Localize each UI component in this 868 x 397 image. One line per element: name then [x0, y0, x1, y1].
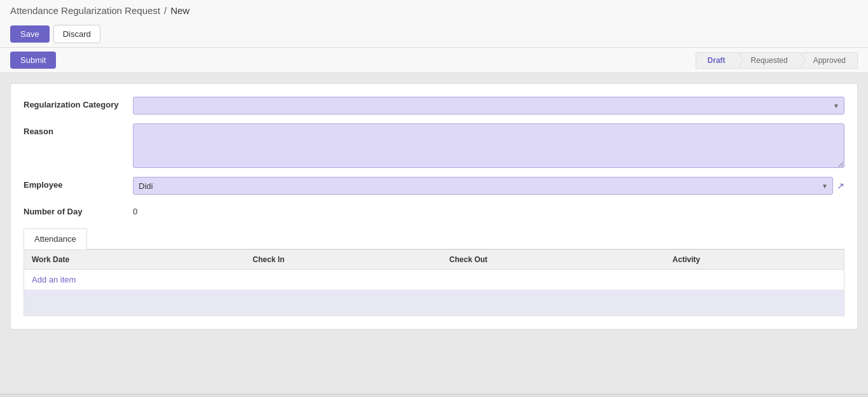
- regularization-category-select[interactable]: [133, 97, 844, 115]
- add-item-row: Add an item: [24, 270, 844, 290]
- col-activity: Activity: [665, 250, 844, 270]
- attendance-table-wrapper: Work Date Check In Check Out Activity Ad…: [24, 249, 844, 316]
- breadcrumb-current: New: [170, 5, 189, 16]
- action-bar: Submit Draft Requested Approved: [0, 48, 868, 73]
- number-of-day-row: Number of Day 0: [24, 204, 844, 219]
- regularization-category-label: Regularization Category: [24, 97, 125, 109]
- footer-bar: [0, 394, 868, 397]
- table-body: Add an item: [24, 270, 844, 316]
- discard-button[interactable]: Discard: [53, 25, 100, 43]
- empty-row-cell: [24, 290, 844, 316]
- employee-external-link-icon[interactable]: ↗: [837, 181, 844, 191]
- toolbar: Save Discard: [10, 21, 858, 47]
- regularization-category-select-wrapper: [133, 97, 844, 115]
- employee-select-wrapper: Didi: [133, 177, 833, 195]
- number-of-day-control: 0: [133, 204, 844, 219]
- main-content: Regularization Category Reason Employee: [0, 73, 868, 394]
- save-button[interactable]: Save: [10, 25, 50, 43]
- form-card: Regularization Category Reason Employee: [10, 83, 858, 330]
- col-work-date: Work Date: [24, 250, 245, 270]
- reason-row: Reason: [24, 123, 844, 168]
- add-item-cell: Add an item: [24, 270, 844, 290]
- employee-label: Employee: [24, 177, 125, 190]
- number-of-day-value: 0: [133, 204, 137, 219]
- empty-row: [24, 290, 844, 316]
- number-of-day-label: Number of Day: [24, 204, 125, 216]
- col-check-in: Check In: [245, 250, 441, 270]
- regularization-category-row: Regularization Category: [24, 97, 844, 115]
- status-draft: Draft: [696, 52, 738, 69]
- submit-button[interactable]: Submit: [10, 52, 56, 69]
- employee-control: Didi ↗: [133, 177, 844, 195]
- employee-select[interactable]: Didi: [133, 177, 833, 195]
- regularization-category-control: [133, 97, 844, 115]
- status-requested: Requested: [739, 52, 800, 69]
- attendance-table: Work Date Check In Check Out Activity Ad…: [24, 250, 844, 316]
- tabs-bar: Attendance: [24, 228, 844, 249]
- status-approved: Approved: [801, 52, 858, 69]
- employee-row: Employee Didi ↗: [24, 177, 844, 195]
- col-check-out: Check Out: [442, 250, 665, 270]
- add-item-link[interactable]: Add an item: [32, 275, 76, 284]
- breadcrumb-parent[interactable]: Attendance Regularization Request: [10, 5, 160, 16]
- reason-label: Reason: [24, 123, 125, 136]
- reason-control: [133, 123, 844, 168]
- tab-attendance[interactable]: Attendance: [24, 228, 87, 249]
- table-header: Work Date Check In Check Out Activity: [24, 250, 844, 270]
- reason-textarea[interactable]: [133, 123, 844, 168]
- breadcrumb: Attendance Regularization Request / New: [10, 5, 858, 21]
- breadcrumb-separator: /: [164, 5, 167, 16]
- status-steps: Draft Requested Approved: [696, 52, 858, 69]
